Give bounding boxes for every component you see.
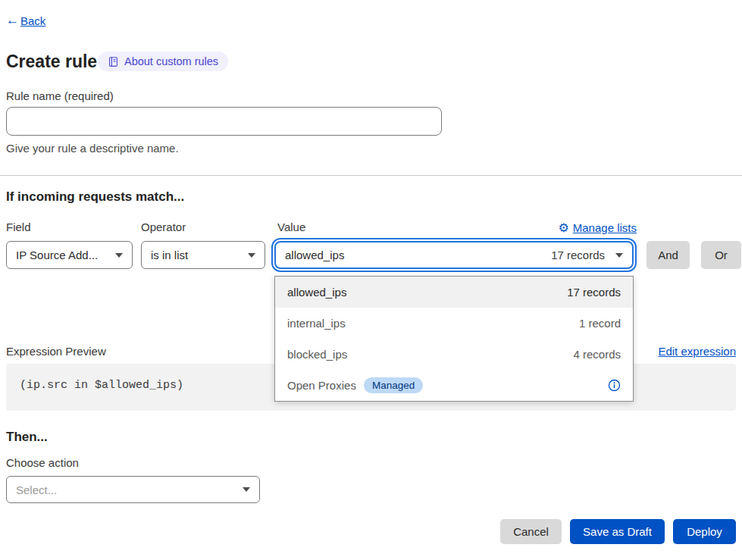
managed-badge: Managed bbox=[364, 377, 423, 393]
field-label: Field bbox=[6, 221, 31, 233]
manage-lists-label: Manage lists bbox=[573, 221, 637, 234]
value-select[interactable]: allowed_ips 17 records bbox=[274, 241, 634, 269]
back-link-label: Back bbox=[20, 14, 45, 27]
list-item-blocked-ips[interactable]: blocked_ips 4 records bbox=[275, 339, 633, 370]
chevron-down-icon bbox=[243, 487, 250, 492]
expression-preview-label: Expression Preview bbox=[6, 345, 106, 358]
list-item-count: 4 records bbox=[573, 348, 621, 361]
info-icon[interactable] bbox=[608, 379, 621, 392]
rule-name-helper-text: Give your rule a descriptive name. bbox=[6, 142, 179, 155]
rule-name-label: Rule name (required) bbox=[6, 89, 114, 102]
then-section-heading: Then... bbox=[6, 430, 48, 445]
list-item-name: Open Proxies bbox=[287, 379, 356, 392]
and-button[interactable]: And bbox=[647, 241, 690, 269]
field-select-value: IP Source Add... bbox=[16, 249, 98, 261]
book-icon bbox=[108, 56, 119, 67]
operator-select[interactable]: is in list bbox=[141, 241, 265, 269]
manage-lists-link[interactable]: ⚙ Manage lists bbox=[558, 221, 637, 235]
about-custom-rules-badge[interactable]: About custom rules bbox=[98, 52, 228, 71]
chevron-down-icon bbox=[248, 253, 255, 258]
operator-label: Operator bbox=[141, 221, 186, 233]
list-item-name: internal_ips bbox=[287, 317, 346, 330]
chevron-down-icon bbox=[115, 253, 123, 258]
back-arrow-icon: ← bbox=[6, 13, 19, 28]
edit-expression-link[interactable]: Edit expression bbox=[658, 345, 736, 358]
back-link[interactable]: ← Back bbox=[6, 13, 45, 28]
cancel-button[interactable]: Cancel bbox=[500, 519, 562, 544]
action-select-placeholder: Select... bbox=[16, 483, 57, 496]
deploy-button[interactable]: Deploy bbox=[673, 519, 736, 544]
list-item-allowed-ips[interactable]: allowed_ips 17 records bbox=[275, 277, 633, 308]
field-select[interactable]: IP Source Add... bbox=[6, 241, 133, 269]
list-dropdown-popup: allowed_ips 17 records internal_ips 1 re… bbox=[274, 276, 634, 402]
expression-code: (ip.src in $allowed_ips) bbox=[20, 379, 183, 392]
match-section-heading: If incoming requests match... bbox=[6, 189, 184, 205]
gear-icon: ⚙ bbox=[558, 221, 568, 235]
value-label: Value bbox=[277, 221, 305, 233]
list-item-name: allowed_ips bbox=[287, 286, 346, 299]
value-select-value: allowed_ips bbox=[285, 249, 344, 261]
chevron-down-icon bbox=[615, 253, 623, 258]
operator-select-value: is in list bbox=[151, 249, 188, 261]
page-title: Create rule bbox=[6, 52, 97, 72]
about-badge-label: About custom rules bbox=[124, 55, 218, 67]
choose-action-label: Choose action bbox=[6, 456, 79, 469]
list-item-internal-ips[interactable]: internal_ips 1 record bbox=[275, 308, 633, 339]
or-button[interactable]: Or bbox=[701, 241, 741, 269]
list-item-name: blocked_ips bbox=[287, 348, 347, 361]
value-select-record-count: 17 records bbox=[551, 249, 608, 261]
save-as-draft-button[interactable]: Save as Draft bbox=[570, 519, 665, 544]
rule-name-input[interactable] bbox=[6, 107, 442, 136]
list-item-open-proxies[interactable]: Open Proxies Managed bbox=[275, 370, 633, 401]
action-select[interactable]: Select... bbox=[6, 476, 260, 503]
list-item-count: 1 record bbox=[579, 317, 621, 330]
list-item-count: 17 records bbox=[567, 286, 621, 299]
create-rule-page: ← Back Create rule About custom rules Ru… bbox=[0, 0, 742, 560]
section-divider bbox=[0, 175, 742, 176]
